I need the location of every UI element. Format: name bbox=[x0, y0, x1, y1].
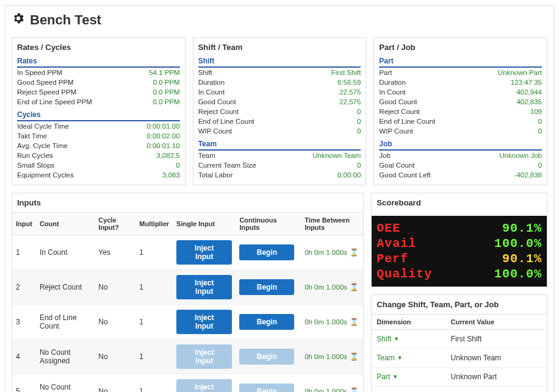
cell-input-num: 2 bbox=[12, 270, 36, 305]
inputs-card: Inputs Input Count Cycle Input? Multipli… bbox=[12, 193, 364, 392]
col-single: Single Input bbox=[173, 213, 236, 235]
caret-down-icon: ▼ bbox=[397, 355, 403, 361]
inject-input-button[interactable]: Inject Input bbox=[176, 275, 232, 299]
value: Unknown Part bbox=[498, 69, 542, 76]
label: Run Cycles bbox=[17, 152, 53, 159]
label: Good Count bbox=[379, 98, 417, 105]
part-header: Part bbox=[379, 55, 542, 68]
col-tbi: Time Between Inputs bbox=[301, 213, 363, 235]
gear-icon bbox=[12, 12, 25, 29]
cell-mult: 1 bbox=[135, 305, 173, 340]
value: 0 bbox=[357, 108, 361, 115]
value: 0:00:02.00 bbox=[146, 132, 179, 140]
label: Small Stops bbox=[17, 162, 54, 169]
label: Current Team Size bbox=[198, 162, 256, 169]
part-job-card: Part / Job Part PartUnknown Part Duratio… bbox=[373, 37, 547, 185]
inject-input-button[interactable]: Inject Input bbox=[176, 240, 232, 265]
value: 0.0 PPM bbox=[153, 79, 180, 86]
begin-button[interactable]: Begin bbox=[239, 244, 294, 260]
label: Takt Time bbox=[17, 132, 47, 140]
value: 0 bbox=[357, 127, 361, 135]
value: 22,575 bbox=[339, 88, 361, 96]
hourglass-icon: ⌛ bbox=[350, 318, 358, 326]
value: 0.0 PPM bbox=[153, 98, 180, 105]
inject-input-button: Inject Input bbox=[176, 344, 232, 369]
table-row: 3End of Line CountNo1Inject InputBegin0h… bbox=[12, 305, 363, 340]
begin-button[interactable]: Begin bbox=[239, 314, 294, 330]
cell-cycle: No bbox=[95, 305, 135, 340]
label: Job bbox=[379, 152, 391, 159]
label: In Count bbox=[379, 88, 405, 96]
label: Duration bbox=[198, 79, 225, 86]
begin-button[interactable]: Begin bbox=[239, 279, 294, 295]
dimension-dropdown[interactable]: Team ▼ bbox=[377, 354, 402, 362]
cell-input-num: 5 bbox=[12, 374, 36, 393]
value: 402,944 bbox=[516, 88, 542, 96]
dimension-dropdown[interactable]: Part ▼ bbox=[377, 372, 398, 381]
col-mult: Multiplier bbox=[135, 213, 173, 235]
table-row: Part ▼Unknown Part bbox=[372, 368, 547, 387]
cell-current-value: Unknown Job bbox=[446, 387, 547, 393]
value: 402,835 bbox=[516, 98, 542, 105]
table-row: 5No Count AssignedNo1Inject InputBegin0h… bbox=[12, 374, 363, 393]
table-row: 1In CountYes1Inject InputBegin0h 0m 1.00… bbox=[12, 235, 363, 270]
label: Part bbox=[379, 69, 392, 76]
value: 22,575 bbox=[339, 98, 361, 105]
time-between-inputs: 0h 0m 1.000s ⌛ bbox=[305, 318, 358, 326]
begin-button: Begin bbox=[239, 383, 294, 392]
value: 0:00:00 bbox=[337, 171, 361, 179]
label: Good Count bbox=[198, 98, 236, 105]
caret-down-icon: ▼ bbox=[394, 336, 399, 342]
label: Reject Count bbox=[379, 108, 419, 115]
value: 6:56:59 bbox=[337, 79, 361, 86]
time-between-inputs: 0h 0m 1.000s ⌛ bbox=[305, 352, 358, 361]
value: 3,082.5 bbox=[156, 152, 179, 159]
label: End of Line Count bbox=[379, 118, 435, 125]
scoreboard-row: Quality100.0% bbox=[377, 266, 542, 282]
value: 0.0 PPM bbox=[153, 88, 180, 96]
time-between-inputs: 0h 0m 1.000s ⌛ bbox=[305, 387, 358, 392]
label: Avg. Cycle Time bbox=[17, 142, 68, 149]
label: Good Speed PPM bbox=[17, 79, 74, 86]
label: WIP Count bbox=[379, 127, 413, 135]
cell-cycle: No bbox=[95, 340, 135, 374]
label: Duration bbox=[379, 79, 405, 86]
value: 0:00:01.00 bbox=[146, 123, 179, 130]
scoreboard-value: 100.0% bbox=[494, 236, 542, 251]
label: Team bbox=[198, 152, 215, 159]
value: 0 bbox=[538, 162, 542, 169]
scoreboard-value: 90.1% bbox=[502, 251, 542, 266]
cell-input-num: 1 bbox=[12, 235, 36, 270]
dimension-dropdown[interactable]: Shift ▼ bbox=[377, 335, 399, 343]
scoreboard-row: Perf90.1% bbox=[377, 251, 542, 266]
cycles-header: Cycles bbox=[17, 109, 180, 121]
label: In Count bbox=[198, 88, 225, 96]
label: End of Line Count bbox=[198, 118, 254, 125]
cell-input-num: 3 bbox=[12, 305, 36, 340]
inject-input-button[interactable]: Inject Input bbox=[176, 310, 232, 334]
table-row: 4No Count AssignedNo1Inject InputBegin0h… bbox=[12, 340, 363, 374]
value: 0 bbox=[176, 162, 179, 169]
card-title: Inputs bbox=[12, 193, 363, 213]
label: Reject Speed PPM bbox=[17, 88, 76, 96]
card-title: Rates / Cycles bbox=[17, 43, 180, 52]
scoreboard-display: OEE90.1%Avail100.0%Perf90.1%Quality100.0… bbox=[372, 216, 547, 287]
job-header: Job bbox=[379, 138, 542, 151]
cell-current-value: Unknown Team bbox=[446, 349, 547, 368]
cell-count: No Count Assigned bbox=[36, 340, 95, 374]
label: Shift bbox=[198, 69, 212, 76]
value: 123:47:35 bbox=[511, 79, 542, 86]
hourglass-icon: ⌛ bbox=[350, 387, 358, 392]
value: First Shift bbox=[331, 69, 361, 76]
table-row: Job ▼Unknown Job bbox=[372, 387, 547, 393]
table-row: Shift ▼First Shift bbox=[372, 330, 547, 349]
label: Ideal Cycle Time bbox=[17, 123, 69, 130]
value: 109 bbox=[530, 108, 542, 115]
label: In Speed PPM bbox=[17, 69, 62, 76]
inputs-table: Input Count Cycle Input? Multiplier Sing… bbox=[12, 213, 363, 392]
scoreboard-label: Quality bbox=[377, 266, 432, 282]
label: Good Count Left bbox=[379, 171, 430, 179]
scoreboard-row: Avail100.0% bbox=[377, 236, 542, 251]
cell-count: Reject Count bbox=[36, 270, 95, 305]
cell-cycle: Yes bbox=[95, 235, 135, 270]
